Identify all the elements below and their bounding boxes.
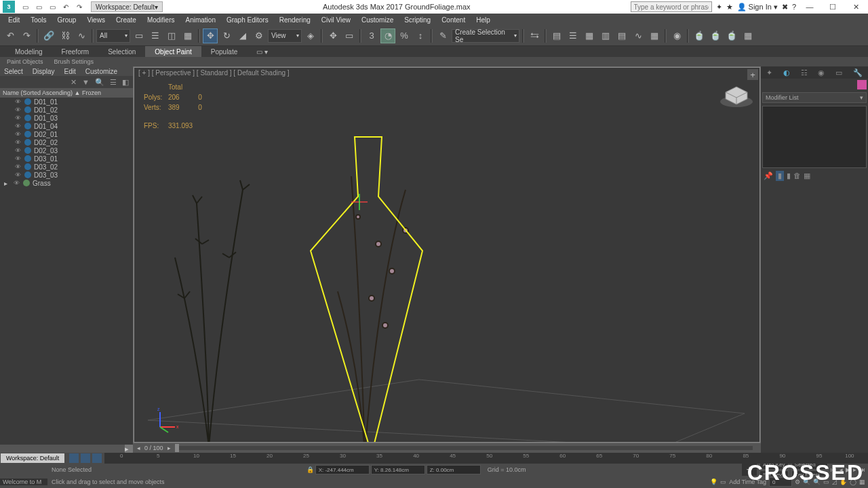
explorer-select[interactable]: Select (4, 68, 23, 75)
schematic-icon[interactable]: ▦ (647, 28, 662, 43)
layer-explorer-icon[interactable]: ▥ (598, 28, 613, 43)
star-icon[interactable]: ★ (726, 3, 733, 12)
utilities-tab-icon[interactable]: 🔧 (853, 68, 863, 77)
menu-help[interactable]: Help (471, 16, 496, 24)
align-icon[interactable]: ▤ (549, 28, 564, 43)
ribbon-icon[interactable]: ▤ (614, 28, 629, 43)
tab-modeling[interactable]: Modeling (5, 46, 52, 57)
explorer-filter-icon[interactable]: ▼ (82, 78, 90, 86)
signin-button[interactable]: 👤 Sign In ▾ (737, 3, 778, 12)
select-icon[interactable]: ▭ (132, 28, 146, 43)
move-icon[interactable]: ✥ (203, 28, 218, 43)
scale-icon[interactable]: ◢ (235, 28, 250, 43)
explorer-sort-icon[interactable]: ◧ (122, 78, 129, 87)
menu-tools[interactable]: Tools (25, 16, 52, 24)
rendered-frame-icon[interactable]: 🍵 (708, 28, 723, 43)
tab-freeform[interactable]: Freeform (52, 46, 99, 57)
modifier-stack[interactable] (762, 106, 867, 168)
material-icon[interactable]: ◉ (669, 28, 684, 43)
unique-icon[interactable]: ▮ (787, 171, 791, 180)
menu-customize[interactable]: Customize (356, 16, 399, 24)
sub-paintobjects[interactable]: Paint Objects (1, 58, 49, 65)
infocenter-icon[interactable]: ✦ (716, 3, 722, 12)
layers-icon[interactable]: ☰ (566, 28, 580, 43)
qat-save-icon[interactable]: ▭ (46, 1, 58, 12)
select-name-icon[interactable]: ☰ (148, 28, 163, 43)
y-coord-input[interactable]: Y: 8.26.148cm (371, 465, 425, 474)
qat-open-icon[interactable]: ▭ (33, 1, 45, 12)
tab-objectpaint[interactable]: Object Paint (145, 46, 201, 57)
menu-civilview[interactable]: Civil View (316, 16, 356, 24)
lock-sel-icon[interactable]: ▭ (720, 479, 726, 485)
time-slider[interactable]: ◂ 0 / 100 ▸ (133, 443, 761, 453)
snap3-icon[interactable]: 3 (364, 28, 379, 43)
workspace-dropdown[interactable]: Workspace: Default ▾ (91, 1, 163, 12)
x-coord-input[interactable]: X: -247.444cm (315, 465, 370, 474)
menu-grapheditors[interactable]: Graph Editors (221, 16, 274, 24)
explorer-edit[interactable]: Edit (64, 68, 76, 75)
menu-create[interactable]: Create (111, 16, 142, 24)
minimize-button[interactable]: — (800, 0, 819, 14)
lock-icon[interactable]: 🔒 (307, 466, 314, 473)
mirror-icon[interactable]: ⮀ (527, 28, 542, 43)
editset-icon[interactable]: ✎ (435, 28, 450, 43)
motion-tab-icon[interactable]: ◉ (818, 68, 825, 77)
close-button[interactable]: ✕ (846, 0, 865, 14)
help-search-input[interactable] (631, 1, 712, 12)
rect-region-icon[interactable]: ◫ (164, 28, 179, 43)
z-coord-input[interactable]: Z: 0.00cm (427, 465, 481, 474)
maximize-button[interactable]: ☐ (823, 0, 842, 14)
named-selection-dropdown[interactable]: Create Selection Se (452, 29, 519, 43)
exchange-icon[interactable]: ✖ (782, 3, 788, 12)
window-crossing-icon[interactable]: ▦ (180, 28, 195, 43)
link-icon[interactable]: 🔗 (41, 28, 56, 43)
qat-new-icon[interactable]: ▭ (19, 1, 31, 12)
keymode-icon[interactable]: ▭ (342, 28, 357, 43)
hierarchy-tab-icon[interactable]: ☷ (801, 68, 808, 77)
rotate-icon[interactable]: ↻ (219, 28, 234, 43)
render-icon[interactable]: 🍵 (724, 28, 739, 43)
curve-editor-icon[interactable]: ∿ (631, 28, 646, 43)
menu-views[interactable]: Views (81, 16, 111, 24)
explorer-customize[interactable]: Customize (85, 68, 117, 75)
object-color-swatch[interactable] (857, 80, 867, 89)
show-end-icon[interactable]: ▮ (776, 171, 784, 181)
angle-snap-icon[interactable]: ◔ (380, 28, 395, 43)
viewport[interactable]: [ + ] [ Perspective ] [ Standard ] [ Def… (134, 67, 760, 443)
render-online-icon[interactable]: ▦ (741, 28, 755, 43)
pin-stack-icon[interactable]: 📌 (764, 171, 773, 180)
se-btn1[interactable] (69, 453, 79, 463)
explorer-search-icon[interactable]: 🔍 (95, 78, 104, 87)
qat-redo-icon[interactable]: ↷ (73, 1, 85, 12)
ref-coord-dropdown[interactable]: View (268, 29, 302, 43)
placement-icon[interactable]: ⚙ (252, 28, 267, 43)
spinner-snap-icon[interactable]: ↕ (413, 28, 428, 43)
undo-icon[interactable]: ↶ (3, 28, 18, 43)
explorer-display[interactable]: Display (33, 68, 55, 75)
bind-icon[interactable]: ∿ (74, 28, 89, 43)
menu-scripting[interactable]: Scripting (399, 16, 436, 24)
menu-edit[interactable]: Edit (3, 16, 25, 24)
unlink-icon[interactable]: ⛓ (58, 28, 73, 43)
toggle-explorer-icon[interactable]: ▦ (582, 28, 597, 43)
isolate-icon[interactable]: 💡 (710, 479, 717, 485)
se-btn2[interactable] (81, 453, 90, 463)
tab-selection[interactable]: Selection (98, 46, 145, 57)
menu-content[interactable]: Content (436, 16, 471, 24)
menu-modifiers[interactable]: Modifiers (142, 16, 180, 24)
workspace-label[interactable]: Workspace: Default (1, 453, 64, 463)
menu-rendering[interactable]: Rendering (274, 16, 316, 24)
menu-group[interactable]: Group (52, 16, 82, 24)
pivot-icon[interactable]: ◈ (303, 28, 318, 43)
explorer-view-icon[interactable]: ☰ (110, 78, 117, 87)
percent-snap-icon[interactable]: % (397, 28, 412, 43)
help-icon[interactable]: ? (792, 3, 796, 11)
manip-icon[interactable]: ✥ (326, 28, 340, 43)
create-tab-icon[interactable]: ✦ (766, 68, 772, 77)
explorer-close-icon[interactable]: ✕ (71, 78, 77, 87)
redo-icon[interactable]: ↷ (19, 28, 34, 43)
maxscript-input[interactable]: Welcome to M (0, 479, 47, 485)
se-btn3[interactable] (92, 453, 102, 463)
selection-filter-dropdown[interactable]: All (96, 29, 130, 43)
remove-mod-icon[interactable]: 🗑 (793, 171, 801, 180)
